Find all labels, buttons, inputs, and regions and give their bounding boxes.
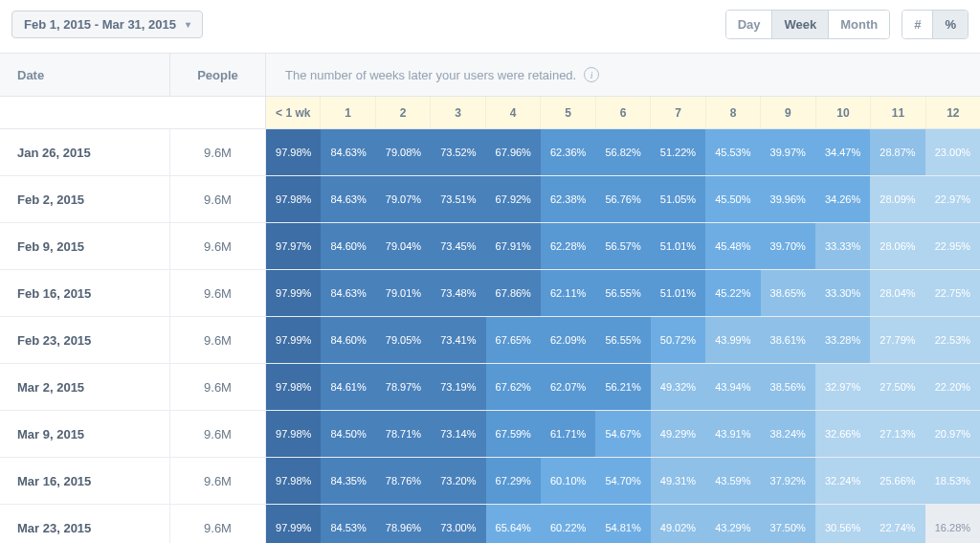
retention-cell[interactable]: 49.31% bbox=[651, 458, 705, 504]
retention-cell[interactable]: 56.55% bbox=[595, 317, 650, 363]
retention-cell[interactable]: 78.71% bbox=[376, 411, 431, 457]
retention-cell[interactable]: 51.05% bbox=[651, 176, 705, 222]
column-header[interactable]: 2 bbox=[375, 97, 430, 128]
retention-cell[interactable]: 27.50% bbox=[870, 364, 924, 410]
retention-cell[interactable]: 62.28% bbox=[541, 223, 595, 269]
retention-cell[interactable]: 73.20% bbox=[431, 458, 485, 504]
retention-cell[interactable]: 84.60% bbox=[321, 317, 375, 363]
retention-cell[interactable]: 43.59% bbox=[705, 458, 760, 504]
retention-cell[interactable]: 97.97% bbox=[266, 223, 321, 269]
retention-cell[interactable]: 73.00% bbox=[431, 505, 485, 543]
granularity-day[interactable]: Day bbox=[726, 11, 772, 38]
retention-cell[interactable]: 61.71% bbox=[541, 411, 595, 457]
retention-cell[interactable]: 51.22% bbox=[651, 129, 705, 175]
retention-cell[interactable]: 43.91% bbox=[705, 411, 760, 457]
retention-cell[interactable]: 34.26% bbox=[815, 176, 870, 222]
info-icon[interactable]: i bbox=[584, 67, 599, 82]
retention-cell[interactable]: 45.50% bbox=[705, 176, 760, 222]
retention-cell[interactable]: 62.09% bbox=[541, 317, 595, 363]
retention-cell[interactable]: 56.76% bbox=[595, 176, 650, 222]
retention-cell[interactable]: 60.22% bbox=[541, 505, 595, 543]
retention-cell[interactable]: 84.53% bbox=[321, 505, 375, 543]
retention-cell[interactable]: 51.01% bbox=[651, 223, 705, 269]
retention-cell[interactable]: 30.56% bbox=[815, 505, 870, 543]
retention-cell[interactable]: 45.48% bbox=[705, 223, 760, 269]
retention-cell[interactable]: 28.09% bbox=[870, 176, 924, 222]
column-header[interactable]: 1 bbox=[320, 97, 374, 128]
retention-cell[interactable]: 84.61% bbox=[321, 364, 375, 410]
retention-cell[interactable]: 22.74% bbox=[870, 505, 924, 543]
retention-cell[interactable]: 67.29% bbox=[486, 458, 541, 504]
retention-cell[interactable]: 50.72% bbox=[651, 317, 705, 363]
retention-cell[interactable]: 97.98% bbox=[266, 364, 321, 410]
date-range-picker[interactable]: Feb 1, 2015 - Mar 31, 2015 ▾ bbox=[11, 11, 203, 38]
retention-cell[interactable]: 79.05% bbox=[376, 317, 431, 363]
retention-cell[interactable]: 73.41% bbox=[431, 317, 485, 363]
retention-cell[interactable]: 67.65% bbox=[486, 317, 541, 363]
retention-cell[interactable]: 54.70% bbox=[595, 458, 650, 504]
column-header[interactable]: 8 bbox=[705, 97, 760, 128]
retention-cell[interactable]: 39.97% bbox=[761, 129, 815, 175]
column-header[interactable]: < 1 wk bbox=[266, 97, 320, 128]
retention-cell[interactable]: 28.87% bbox=[870, 129, 924, 175]
retention-cell[interactable]: 79.08% bbox=[376, 129, 431, 175]
retention-cell[interactable]: 67.59% bbox=[486, 411, 541, 457]
retention-cell[interactable]: 28.04% bbox=[870, 270, 924, 316]
retention-cell[interactable]: 54.81% bbox=[595, 505, 650, 543]
retention-cell[interactable]: 45.53% bbox=[705, 129, 760, 175]
retention-cell[interactable]: 97.99% bbox=[266, 270, 321, 316]
retention-cell[interactable]: 51.01% bbox=[651, 270, 705, 316]
retention-cell[interactable]: 27.79% bbox=[870, 317, 924, 363]
retention-cell[interactable]: 62.07% bbox=[541, 364, 595, 410]
retention-cell[interactable]: 20.97% bbox=[925, 411, 980, 457]
retention-cell[interactable]: 54.67% bbox=[595, 411, 650, 457]
column-header[interactable]: 7 bbox=[650, 97, 704, 128]
retention-cell[interactable]: 33.30% bbox=[815, 270, 870, 316]
retention-cell[interactable]: 67.86% bbox=[486, 270, 541, 316]
retention-cell[interactable]: 79.07% bbox=[376, 176, 431, 222]
retention-cell[interactable]: 16.28% bbox=[925, 505, 980, 543]
retention-cell[interactable]: 67.91% bbox=[486, 223, 541, 269]
column-header[interactable]: 11 bbox=[870, 97, 924, 128]
retention-cell[interactable]: 78.76% bbox=[376, 458, 431, 504]
column-header[interactable]: 12 bbox=[925, 97, 980, 128]
retention-cell[interactable]: 65.64% bbox=[486, 505, 541, 543]
retention-cell[interactable]: 97.99% bbox=[266, 317, 321, 363]
retention-cell[interactable]: 84.63% bbox=[321, 270, 375, 316]
retention-cell[interactable]: 27.13% bbox=[870, 411, 924, 457]
column-header[interactable]: 6 bbox=[595, 97, 650, 128]
mode-percent[interactable]: % bbox=[932, 11, 968, 38]
retention-cell[interactable]: 18.53% bbox=[925, 458, 980, 504]
retention-cell[interactable]: 32.66% bbox=[815, 411, 870, 457]
retention-cell[interactable]: 33.28% bbox=[815, 317, 870, 363]
retention-cell[interactable]: 73.51% bbox=[431, 176, 485, 222]
retention-cell[interactable]: 67.92% bbox=[486, 176, 541, 222]
retention-cell[interactable]: 32.24% bbox=[815, 458, 870, 504]
granularity-month[interactable]: Month bbox=[828, 11, 889, 38]
retention-cell[interactable]: 39.70% bbox=[761, 223, 815, 269]
retention-cell[interactable]: 49.02% bbox=[651, 505, 705, 543]
retention-cell[interactable]: 56.57% bbox=[595, 223, 650, 269]
retention-cell[interactable]: 25.66% bbox=[870, 458, 924, 504]
retention-cell[interactable]: 73.19% bbox=[431, 364, 485, 410]
column-header[interactable]: 9 bbox=[760, 97, 814, 128]
retention-cell[interactable]: 79.01% bbox=[376, 270, 431, 316]
retention-cell[interactable]: 43.99% bbox=[705, 317, 760, 363]
column-header[interactable]: 4 bbox=[485, 97, 540, 128]
retention-cell[interactable]: 97.99% bbox=[266, 505, 321, 543]
retention-cell[interactable]: 45.22% bbox=[705, 270, 760, 316]
retention-cell[interactable]: 22.97% bbox=[925, 176, 980, 222]
retention-cell[interactable]: 22.53% bbox=[925, 317, 980, 363]
retention-cell[interactable]: 22.95% bbox=[925, 223, 980, 269]
mode-count[interactable]: # bbox=[902, 11, 932, 38]
column-header[interactable]: 3 bbox=[430, 97, 484, 128]
retention-cell[interactable]: 37.92% bbox=[761, 458, 815, 504]
retention-cell[interactable]: 23.00% bbox=[925, 129, 980, 175]
retention-cell[interactable]: 43.29% bbox=[705, 505, 760, 543]
retention-cell[interactable]: 78.96% bbox=[376, 505, 431, 543]
retention-cell[interactable]: 22.75% bbox=[925, 270, 980, 316]
retention-cell[interactable]: 73.45% bbox=[431, 223, 485, 269]
retention-cell[interactable]: 38.24% bbox=[761, 411, 815, 457]
retention-cell[interactable]: 33.33% bbox=[815, 223, 870, 269]
retention-cell[interactable]: 22.20% bbox=[925, 364, 980, 410]
